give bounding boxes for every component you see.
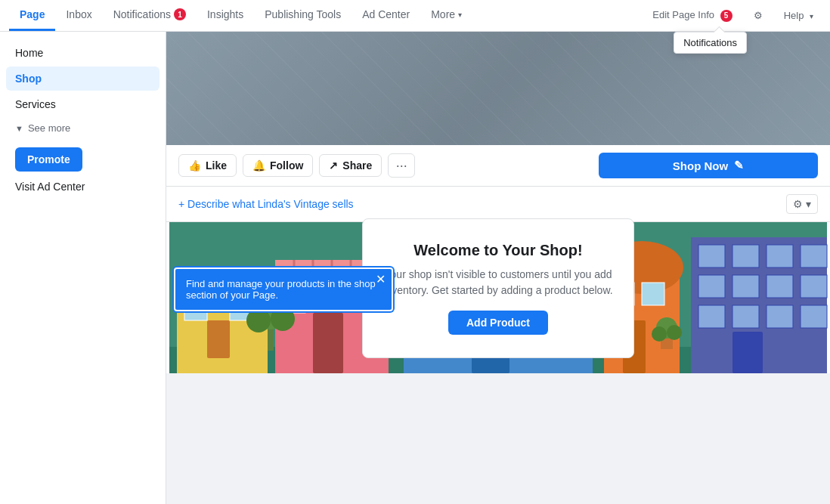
welcome-title: Welcome to Your Shop! [381,242,615,259]
svg-rect-56 [698,305,725,328]
gear-icon: ⚙ [793,198,803,210]
tab-insights[interactable]: Insights [197,0,254,31]
thumbs-up-icon: 👍 [188,159,201,172]
svg-rect-55 [801,275,827,298]
main-content: 👍 Like 🔔 Follow ↗ Share ··· Shop Now ✎ [166,32,830,504]
description-bar: + Describe what Linda's Vintage sells ⚙ … [166,187,830,222]
shop-tooltip: Find and manage your products in the sho… [174,267,393,311]
notifications-badge: 1 [174,8,186,20]
svg-rect-50 [767,245,793,267]
svg-rect-48 [698,245,725,267]
top-navigation: Page Inbox Notifications 1 Insights Publ… [0,0,830,32]
tab-page[interactable]: Page [9,0,55,31]
settings-gear-button[interactable]: ⚙ ▾ [786,194,818,214]
visit-ad-center-link[interactable]: Visit Ad Center [6,175,159,199]
edit-page-info-button[interactable]: Edit Page Info 5 [645,6,739,25]
nav-right-actions: Edit Page Info 5 ⚙ Help ▾ [645,6,821,25]
sidebar-item-home[interactable]: Home [6,41,159,65]
svg-rect-49 [732,245,759,267]
tab-inbox[interactable]: Inbox [55,0,102,31]
settings-button[interactable]: ⚙ [746,7,770,24]
action-bar: 👍 Like 🔔 Follow ↗ Share ··· Shop Now ✎ [166,145,830,187]
svg-rect-21 [313,313,343,373]
shop-now-button[interactable]: Shop Now ✎ [599,153,818,178]
promote-button[interactable]: Promote [15,147,82,172]
svg-rect-52 [698,275,725,298]
svg-rect-10 [207,320,230,358]
svg-rect-53 [732,275,759,298]
svg-rect-58 [767,305,793,328]
describe-link[interactable]: + Describe what Linda's Vintage sells [178,198,354,210]
follow-button[interactable]: 🔔 Follow [243,154,313,177]
svg-rect-59 [801,305,827,328]
welcome-card: Welcome to Your Shop! Your shop isn't vi… [362,218,634,358]
more-arrow-icon: ▾ [458,11,462,19]
svg-rect-54 [767,275,793,298]
page-layout: Home Shop Services ▼ See more Promote Vi… [0,32,830,504]
share-button[interactable]: ↗ Share [319,154,382,177]
settings-icon: ⚙ [754,10,763,21]
help-button[interactable]: Help ▾ [776,7,821,24]
sidebar-item-services[interactable]: Services [6,92,159,116]
add-product-button[interactable]: Add Product [448,311,548,335]
see-more-link[interactable]: ▼ See more [6,118,159,138]
svg-rect-51 [801,245,827,267]
edit-page-badge: 5 [720,10,732,22]
svg-rect-45 [642,283,664,305]
share-icon: ↗ [329,159,338,172]
sidebar: Home Shop Services ▼ See more Promote Vi… [0,32,166,504]
sidebar-item-shop[interactable]: Shop [6,66,159,91]
chevron-down-icon: ▼ [15,124,23,133]
svg-point-64 [667,325,682,340]
shop-illustration-container: Find and manage your products in the sho… [166,222,830,373]
settings-arrow-icon: ▾ [806,198,811,210]
help-arrow-icon: ▾ [810,12,813,20]
more-actions-button[interactable]: ··· [388,153,415,178]
left-action-buttons: 👍 Like 🔔 Follow ↗ Share ··· [178,153,415,178]
svg-rect-57 [732,305,759,328]
svg-point-27 [246,308,271,332]
nav-tabs-container: Page Inbox Notifications 1 Insights Publ… [9,0,472,31]
like-button[interactable]: 👍 Like [178,154,237,177]
tab-publishing-tools[interactable]: Publishing Tools [254,0,352,31]
close-icon: ✕ [376,273,386,286]
shop-tooltip-close-button[interactable]: ✕ [376,274,386,286]
tab-more[interactable]: More ▾ [420,0,472,31]
edit-pencil-icon: ✎ [734,159,744,172]
ellipsis-icon: ··· [396,158,407,174]
svg-rect-60 [732,332,763,373]
welcome-description: Your shop isn't visible to customers unt… [381,267,615,298]
notifications-tooltip: Notifications [674,32,747,54]
svg-point-63 [652,326,667,342]
bell-icon: 🔔 [252,159,265,172]
shop-section: Find and manage your products in the sho… [166,222,830,373]
tab-notifications[interactable]: Notifications 1 [103,0,197,31]
tab-ad-center[interactable]: Ad Center [352,0,420,31]
